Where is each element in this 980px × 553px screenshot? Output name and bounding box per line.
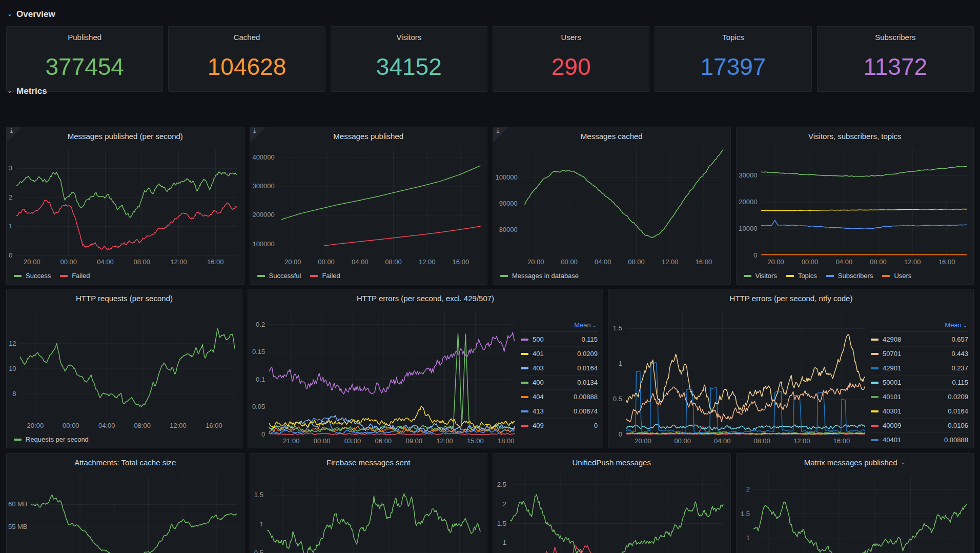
svg-text:18:00: 18:00 <box>498 437 515 445</box>
svg-text:12:00: 12:00 <box>418 258 435 266</box>
panel-title[interactable]: HTTP errors (per second, ntfy code) <box>609 289 973 307</box>
info-corner-icon[interactable]: i <box>250 127 266 143</box>
legend-item-success[interactable]: Success <box>14 272 51 280</box>
svg-text:08:00: 08:00 <box>753 437 770 445</box>
legend-item-messages-in-database[interactable]: Messages in database <box>500 272 579 280</box>
legend-mean-header[interactable]: Mean ⌄ <box>521 321 598 332</box>
series-requests-per-second <box>21 329 235 407</box>
legend-code-label: 400 <box>533 379 544 386</box>
legend-swatch <box>882 275 890 277</box>
panel-title[interactable]: Messages cached <box>493 127 730 145</box>
metrics-row-3: Attachments: Total cache size20:0000:000… <box>6 453 974 553</box>
legend-row-40401[interactable]: 404010.00888 <box>871 432 968 447</box>
svg-text:8: 8 <box>12 390 16 398</box>
chart: 20:0000:0004:0008:0012:0016:001000002000… <box>250 145 487 284</box>
panel-visitors-subscribers-topics: Visitors, subscribers, topics20:0000:000… <box>736 127 974 285</box>
panel-title-text: Messages published <box>333 132 403 141</box>
legend-item-failed[interactable]: Failed <box>60 272 90 280</box>
series-firebase-messages <box>267 493 480 553</box>
legend-mean-value: 0.0164 <box>941 407 968 415</box>
legend-item-topics[interactable]: Topics <box>786 272 817 280</box>
panel-title[interactable]: UnifiedPush messages <box>493 453 730 471</box>
stat-value: 34152 <box>331 42 487 91</box>
legend-row-401[interactable]: 4010.0209 <box>521 346 598 361</box>
legend-item-subscribers[interactable]: Subscribers <box>826 272 873 280</box>
series-success <box>16 172 237 218</box>
panel-matrix-messages-published: Matrix messages published⌄20:0000:0004:0… <box>736 453 974 553</box>
legend-row-403[interactable]: 4030.0164 <box>521 361 598 375</box>
legend-row-40009[interactable]: 400090.0106 <box>871 418 968 432</box>
svg-text:09:00: 09:00 <box>405 437 422 445</box>
legend-item-users[interactable]: Users <box>882 272 911 280</box>
svg-text:06:00: 06:00 <box>375 437 392 445</box>
svg-text:00:00: 00:00 <box>314 437 331 445</box>
legend-swatch <box>521 382 528 384</box>
svg-text:1.5: 1.5 <box>254 491 263 499</box>
legend-row-50701[interactable]: 507010.443 <box>871 346 968 361</box>
legend-swatch <box>521 353 528 355</box>
svg-text:2.5: 2.5 <box>497 481 506 488</box>
legend-item-requests-per-second[interactable]: Requests per second <box>14 436 89 443</box>
panel-title[interactable]: HTTP requests (per second) <box>7 289 242 307</box>
svg-text:03:00: 03:00 <box>344 437 361 445</box>
panel-title-text: Firebase messages sent <box>326 458 410 467</box>
stat-panel-cached: Cached104628 <box>168 26 325 92</box>
svg-text:08:00: 08:00 <box>134 422 151 429</box>
legend-label: Requests per second <box>26 436 89 443</box>
svg-text:16:00: 16:00 <box>938 258 955 266</box>
legend-row-409[interactable]: 4090 <box>521 418 598 432</box>
series-401 <box>269 406 515 428</box>
section-header-overview[interactable]: ⌄ Overview <box>7 9 55 19</box>
legend-mean-header[interactable]: Mean ⌄ <box>871 321 968 332</box>
svg-text:20:00: 20:00 <box>27 422 44 429</box>
svg-text:16:00: 16:00 <box>833 437 850 445</box>
legend-mean-value: 0.0164 <box>570 364 598 372</box>
legend-row-40301[interactable]: 403010.0164 <box>871 404 968 418</box>
legend-row-413[interactable]: 4130.00674 <box>521 404 598 418</box>
panel-title[interactable]: Firebase messages sent <box>250 453 487 471</box>
legend-row-400[interactable]: 4000.0134 <box>521 375 598 389</box>
panel-title[interactable]: Messages published <box>250 127 487 145</box>
svg-text:12:00: 12:00 <box>436 437 453 445</box>
legend-code-label: 401 <box>533 350 544 358</box>
legend-row-42908[interactable]: 429080.657 <box>871 332 968 346</box>
panel-messages-published-per-second: iMessages published (per second)20:0000:… <box>6 127 244 285</box>
series-50701 <box>626 383 865 422</box>
legend-swatch <box>871 382 879 384</box>
info-corner-icon[interactable]: i <box>493 127 508 143</box>
legend-item-visitors[interactable]: Visitors <box>744 272 777 280</box>
legend-row-50001[interactable]: 500010.115 <box>871 375 968 389</box>
legend-mean-value: 0.0106 <box>941 422 968 429</box>
legend-code-label: 40301 <box>883 407 901 415</box>
info-corner-icon[interactable]: i <box>7 127 22 143</box>
panel-title[interactable]: Messages published (per second) <box>7 127 244 145</box>
panel-title[interactable]: Matrix messages published⌄ <box>737 453 974 471</box>
stat-value: 290 <box>493 42 649 91</box>
svg-text:1.5: 1.5 <box>497 520 506 527</box>
legend-swatch <box>871 339 879 341</box>
svg-text:3: 3 <box>9 164 12 172</box>
panel-title-text: Matrix messages published <box>804 458 897 467</box>
panel-title[interactable]: HTTP errors (per second, excl. 429/507) <box>248 289 603 307</box>
svg-text:20:00: 20:00 <box>635 437 651 445</box>
legend-code-label: 404 <box>533 393 544 401</box>
legend-row-40101[interactable]: 401010.0209 <box>871 389 968 404</box>
chart-legend: VisitorsTopicsSubscribersUsers <box>744 272 912 280</box>
svg-text:100000: 100000 <box>252 240 274 248</box>
legend-item-failed[interactable]: Failed <box>310 272 340 280</box>
legend-swatch <box>871 353 879 355</box>
panel-title[interactable]: Attachments: Total cache size <box>7 453 244 471</box>
panel-title[interactable]: Visitors, subscribers, topics <box>737 127 974 145</box>
legend-swatch <box>14 275 22 277</box>
svg-text:30000: 30000 <box>739 171 757 179</box>
series-messages-in-database <box>525 150 723 238</box>
legend-row-500[interactable]: 5000.115 <box>521 332 598 346</box>
legend-item-successful[interactable]: Successful <box>257 272 301 280</box>
legend-row-42901[interactable]: 429010.237 <box>871 361 968 375</box>
series-42901 <box>626 363 865 433</box>
series-cache-size <box>32 495 237 553</box>
legend-row-404[interactable]: 4040.00888 <box>521 389 598 404</box>
svg-text:0: 0 <box>753 251 757 259</box>
svg-text:04:00: 04:00 <box>351 258 368 266</box>
section-header-metrics[interactable]: ⌄ Metrics <box>7 86 47 96</box>
